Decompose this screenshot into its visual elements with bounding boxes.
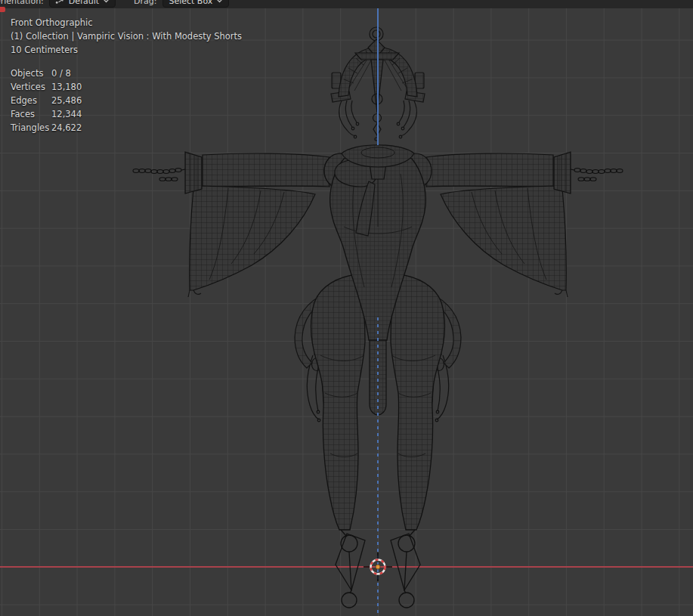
orientation-label: Orientation:	[0, 0, 44, 6]
stat-vertices: Vertices 13,180	[11, 80, 82, 94]
wireframe-character-model	[0, 8, 693, 616]
viewport-header-bar: Orientation: Default Drag: Select Box	[0, 0, 693, 8]
stat-objects: Objects 0 / 8	[11, 67, 82, 80]
transform-orientation-value: Default	[69, 0, 99, 6]
drag-label: Drag:	[134, 0, 156, 6]
stat-triangles: Triangles 24,622	[11, 121, 82, 135]
chevron-down-icon	[216, 0, 223, 3]
stat-edges: Edges 25,486	[11, 94, 82, 107]
drag-mode-dropdown[interactable]: Select Box	[162, 0, 229, 8]
statistics-overlay: Objects 0 / 8 Vertices 13,180 Edges 25,4…	[11, 67, 82, 135]
chevron-down-icon	[103, 0, 110, 3]
z-axis-line-solid	[377, 8, 379, 145]
model-right-half	[379, 54, 623, 608]
record-indicator-icon	[0, 7, 5, 12]
3d-viewport-canvas[interactable]: Front Orthographic (1) Collection | Vamp…	[0, 8, 693, 616]
3d-cursor	[363, 552, 393, 582]
scene-collection-label: (1) Collection | Vampiric Vision : With …	[11, 31, 242, 42]
grid-scale-label: 10 Centimeters	[11, 45, 78, 55]
drag-mode-value: Select Box	[169, 0, 212, 6]
transform-orientation-dropdown[interactable]: Default	[49, 0, 116, 8]
view-name-label: Front Orthographic	[11, 17, 93, 28]
stat-faces: Faces 12,344	[11, 107, 82, 121]
transform-orientation-icon	[55, 0, 65, 5]
